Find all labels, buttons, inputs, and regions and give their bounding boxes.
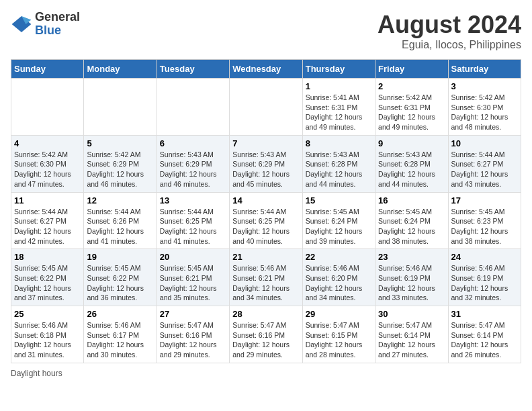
day-info: Sunrise: 5:46 AMSunset: 6:19 PMDaylight:… xyxy=(451,263,518,303)
page-header: General Blue August 2024 Eguia, Ilocos, … xyxy=(11,11,521,51)
week-row-5: 25Sunrise: 5:46 AMSunset: 6:18 PMDayligh… xyxy=(11,306,521,363)
day-number: 14 xyxy=(232,195,299,205)
week-row-1: 1Sunrise: 5:41 AMSunset: 6:31 PMDaylight… xyxy=(11,79,521,136)
day-number: 17 xyxy=(451,195,518,205)
day-info: Sunrise: 5:45 AMSunset: 6:22 PMDaylight:… xyxy=(87,263,153,303)
day-info: Sunrise: 5:42 AMSunset: 6:30 PMDaylight:… xyxy=(451,93,518,132)
day-cell-23: 23Sunrise: 5:46 AMSunset: 6:19 PMDayligh… xyxy=(375,249,448,306)
page-subtitle: Eguia, Ilocos, Philippines xyxy=(378,39,521,51)
day-info: Sunrise: 5:43 AMSunset: 6:29 PMDaylight:… xyxy=(160,150,226,189)
day-cell-21: 21Sunrise: 5:46 AMSunset: 6:21 PMDayligh… xyxy=(230,249,302,306)
day-cell-5: 5Sunrise: 5:42 AMSunset: 6:29 PMDaylight… xyxy=(84,135,157,192)
day-cell-15: 15Sunrise: 5:45 AMSunset: 6:24 PMDayligh… xyxy=(302,192,375,249)
weekday-header-saturday: Saturday xyxy=(448,60,521,79)
weekday-header-row: SundayMondayTuesdayWednesdayThursdayFrid… xyxy=(11,60,521,79)
day-cell-empty xyxy=(157,79,229,136)
day-info: Sunrise: 5:45 AMSunset: 6:24 PMDaylight:… xyxy=(306,207,372,246)
day-cell-11: 11Sunrise: 5:44 AMSunset: 6:27 PMDayligh… xyxy=(11,192,84,249)
day-info: Sunrise: 5:43 AMSunset: 6:29 PMDaylight:… xyxy=(232,150,299,189)
day-number: 9 xyxy=(378,138,445,148)
day-cell-31: 31Sunrise: 5:47 AMSunset: 6:14 PMDayligh… xyxy=(448,306,521,363)
day-info: Sunrise: 5:47 AMSunset: 6:15 PMDaylight:… xyxy=(306,320,372,360)
day-info: Sunrise: 5:42 AMSunset: 6:31 PMDaylight:… xyxy=(378,93,445,132)
day-number: 31 xyxy=(451,309,518,319)
day-info: Sunrise: 5:46 AMSunset: 6:21 PMDaylight:… xyxy=(232,263,299,303)
title-block: August 2024 Eguia, Ilocos, Philippines xyxy=(378,11,521,51)
day-number: 10 xyxy=(451,138,518,148)
day-info: Sunrise: 5:47 AMSunset: 6:16 PMDaylight:… xyxy=(232,320,299,360)
day-number: 4 xyxy=(14,138,81,148)
footer: Daylight hours xyxy=(11,369,521,378)
day-number: 23 xyxy=(378,252,445,262)
day-cell-8: 8Sunrise: 5:43 AMSunset: 6:28 PMDaylight… xyxy=(302,135,375,192)
day-info: Sunrise: 5:42 AMSunset: 6:30 PMDaylight:… xyxy=(14,150,81,189)
day-cell-10: 10Sunrise: 5:44 AMSunset: 6:27 PMDayligh… xyxy=(448,135,521,192)
day-number: 30 xyxy=(378,309,445,319)
day-cell-empty xyxy=(84,79,157,136)
day-number: 28 xyxy=(232,309,299,319)
day-cell-17: 17Sunrise: 5:45 AMSunset: 6:23 PMDayligh… xyxy=(448,192,521,249)
day-cell-1: 1Sunrise: 5:41 AMSunset: 6:31 PMDaylight… xyxy=(302,79,375,136)
day-cell-7: 7Sunrise: 5:43 AMSunset: 6:29 PMDaylight… xyxy=(230,135,302,192)
day-number: 22 xyxy=(306,252,372,262)
day-info: Sunrise: 5:44 AMSunset: 6:27 PMDaylight:… xyxy=(14,207,81,246)
weekday-header-wednesday: Wednesday xyxy=(230,60,302,79)
day-cell-29: 29Sunrise: 5:47 AMSunset: 6:15 PMDayligh… xyxy=(302,306,375,363)
weekday-header-monday: Monday xyxy=(84,60,157,79)
day-info: Sunrise: 5:42 AMSunset: 6:29 PMDaylight:… xyxy=(87,150,153,189)
day-cell-9: 9Sunrise: 5:43 AMSunset: 6:28 PMDaylight… xyxy=(375,135,448,192)
day-cell-30: 30Sunrise: 5:47 AMSunset: 6:14 PMDayligh… xyxy=(375,306,448,363)
day-number: 5 xyxy=(87,138,153,148)
day-cell-24: 24Sunrise: 5:46 AMSunset: 6:19 PMDayligh… xyxy=(448,249,521,306)
day-number: 2 xyxy=(378,81,445,91)
day-info: Sunrise: 5:44 AMSunset: 6:25 PMDaylight:… xyxy=(232,207,299,246)
day-cell-27: 27Sunrise: 5:47 AMSunset: 6:16 PMDayligh… xyxy=(157,306,229,363)
weekday-header-thursday: Thursday xyxy=(302,60,375,79)
logo: General Blue xyxy=(11,11,80,38)
page-title: August 2024 xyxy=(378,11,521,39)
day-number: 29 xyxy=(306,309,372,319)
day-cell-18: 18Sunrise: 5:45 AMSunset: 6:22 PMDayligh… xyxy=(11,249,84,306)
day-info: Sunrise: 5:43 AMSunset: 6:28 PMDaylight:… xyxy=(378,150,445,189)
day-info: Sunrise: 5:47 AMSunset: 6:14 PMDaylight:… xyxy=(378,320,445,360)
day-info: Sunrise: 5:45 AMSunset: 6:24 PMDaylight:… xyxy=(378,207,445,246)
week-row-3: 11Sunrise: 5:44 AMSunset: 6:27 PMDayligh… xyxy=(11,192,521,249)
day-number: 6 xyxy=(160,138,226,148)
day-number: 25 xyxy=(14,309,81,319)
day-cell-28: 28Sunrise: 5:47 AMSunset: 6:16 PMDayligh… xyxy=(230,306,302,363)
weekday-header-sunday: Sunday xyxy=(11,60,84,79)
day-info: Sunrise: 5:46 AMSunset: 6:18 PMDaylight:… xyxy=(14,320,81,360)
day-number: 12 xyxy=(87,195,153,205)
logo-icon xyxy=(11,13,32,35)
week-row-2: 4Sunrise: 5:42 AMSunset: 6:30 PMDaylight… xyxy=(11,135,521,192)
day-cell-13: 13Sunrise: 5:44 AMSunset: 6:25 PMDayligh… xyxy=(157,192,229,249)
day-cell-22: 22Sunrise: 5:46 AMSunset: 6:20 PMDayligh… xyxy=(302,249,375,306)
day-number: 24 xyxy=(451,252,518,262)
day-info: Sunrise: 5:46 AMSunset: 6:19 PMDaylight:… xyxy=(378,263,445,303)
day-cell-19: 19Sunrise: 5:45 AMSunset: 6:22 PMDayligh… xyxy=(84,249,157,306)
day-info: Sunrise: 5:44 AMSunset: 6:26 PMDaylight:… xyxy=(87,207,153,246)
day-cell-3: 3Sunrise: 5:42 AMSunset: 6:30 PMDaylight… xyxy=(448,79,521,136)
day-number: 8 xyxy=(306,138,372,148)
day-cell-14: 14Sunrise: 5:44 AMSunset: 6:25 PMDayligh… xyxy=(230,192,302,249)
day-number: 20 xyxy=(160,252,226,262)
day-info: Sunrise: 5:45 AMSunset: 6:22 PMDaylight:… xyxy=(14,263,81,303)
day-cell-empty xyxy=(11,79,84,136)
day-cell-26: 26Sunrise: 5:46 AMSunset: 6:17 PMDayligh… xyxy=(84,306,157,363)
day-number: 27 xyxy=(160,309,226,319)
day-info: Sunrise: 5:43 AMSunset: 6:28 PMDaylight:… xyxy=(306,150,372,189)
daylight-hours-label: Daylight hours xyxy=(11,369,62,378)
day-info: Sunrise: 5:44 AMSunset: 6:27 PMDaylight:… xyxy=(451,150,518,189)
day-cell-16: 16Sunrise: 5:45 AMSunset: 6:24 PMDayligh… xyxy=(375,192,448,249)
day-cell-2: 2Sunrise: 5:42 AMSunset: 6:31 PMDaylight… xyxy=(375,79,448,136)
day-number: 18 xyxy=(14,252,81,262)
svg-marker-0 xyxy=(12,16,32,32)
day-number: 19 xyxy=(87,252,153,262)
day-info: Sunrise: 5:47 AMSunset: 6:16 PMDaylight:… xyxy=(160,320,226,360)
day-info: Sunrise: 5:44 AMSunset: 6:25 PMDaylight:… xyxy=(160,207,226,246)
day-number: 1 xyxy=(306,81,372,91)
day-info: Sunrise: 5:47 AMSunset: 6:14 PMDaylight:… xyxy=(451,320,518,360)
day-number: 21 xyxy=(232,252,299,262)
calendar-table: SundayMondayTuesdayWednesdayThursdayFrid… xyxy=(11,59,521,363)
day-info: Sunrise: 5:45 AMSunset: 6:23 PMDaylight:… xyxy=(451,207,518,246)
